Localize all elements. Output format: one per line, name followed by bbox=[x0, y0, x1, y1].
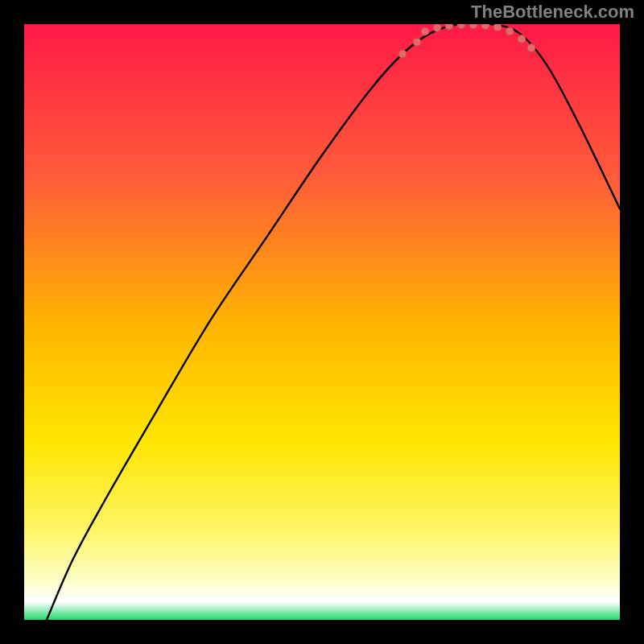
highlight-point bbox=[398, 50, 407, 58]
highlight-point bbox=[433, 24, 441, 31]
highlight-point bbox=[481, 24, 489, 29]
highlight-point bbox=[527, 44, 535, 52]
highlight-point bbox=[457, 24, 465, 29]
attribution-text: TheBottleneck.com bbox=[471, 2, 634, 23]
bottleneck-curve-chart bbox=[24, 24, 620, 620]
gradient-background bbox=[24, 24, 620, 620]
highlight-point bbox=[518, 35, 526, 43]
highlight-point bbox=[493, 24, 502, 31]
highlight-point bbox=[469, 24, 477, 29]
highlight-point bbox=[445, 24, 453, 30]
highlight-point bbox=[506, 27, 514, 35]
highlight-point bbox=[421, 27, 429, 35]
highlight-point bbox=[413, 38, 421, 46]
chart-container: TheBottleneck.com bbox=[0, 0, 644, 644]
plot-area bbox=[24, 24, 620, 620]
